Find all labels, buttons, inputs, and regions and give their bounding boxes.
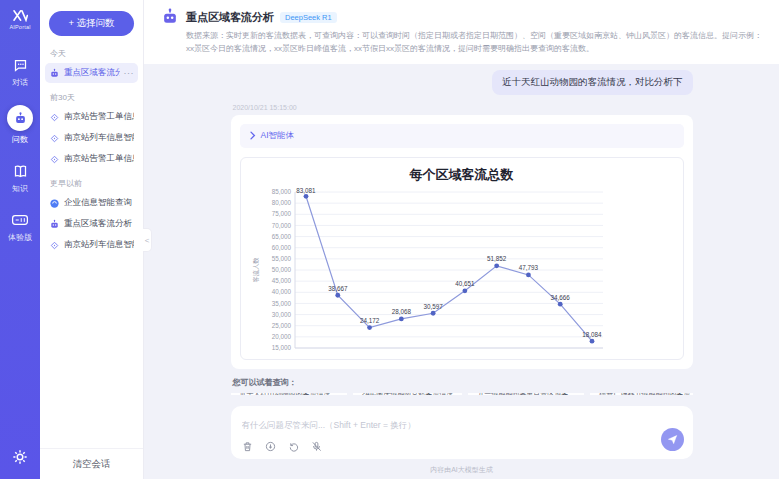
conversation-item[interactable]: 重点区域客流分析··· xyxy=(45,63,138,83)
svg-text:60,000: 60,000 xyxy=(271,244,291,251)
mic-off-icon[interactable] xyxy=(311,441,322,452)
section-label: 今天 xyxy=(40,40,143,62)
svg-text:40,651: 40,651 xyxy=(455,280,475,287)
robot-icon xyxy=(49,219,60,230)
undo-icon[interactable] xyxy=(288,441,299,452)
svg-text:65,000: 65,000 xyxy=(271,232,291,239)
conversation-item-label: 南京站告警工单信息查询 xyxy=(64,111,134,123)
conversation-item[interactable]: 重点区域客流分析 xyxy=(45,214,138,234)
chart-title: 每个区域客流总数 xyxy=(249,166,675,184)
robot-avatar-icon xyxy=(160,7,180,27)
suggestion-chip[interactable]: 24年国庆假期南京站客流情况 xyxy=(353,393,463,395)
input-toolbar xyxy=(242,441,682,452)
rail-item-对话[interactable]: 对话 xyxy=(11,56,29,88)
chat-scroll-area[interactable]: 近十天红山动物园的客流情况，对比分析下 2020/10/21 15:15:00 … xyxy=(144,64,779,479)
message-input-card xyxy=(231,406,693,459)
suggestion-chip[interactable]: 德基广场春节假期期间的客流… xyxy=(590,393,692,395)
rail-item-知识[interactable]: 知识 xyxy=(11,162,29,194)
suggestion-chips: 近十天红山动物园的客流情况…24年国庆假期南京站客流情况五一假期期间各重点景区游… xyxy=(231,393,693,395)
conversation-item[interactable]: 南京站列车信息智能查询 xyxy=(45,128,138,148)
svg-text:70,000: 70,000 xyxy=(271,221,291,228)
agent-steps-toggle[interactable]: AI智能体 xyxy=(240,124,684,148)
agent-avatar xyxy=(160,7,180,27)
chat-column: 近十天红山动物园的客流情况，对比分析下 2020/10/21 15:15:00 … xyxy=(231,70,693,479)
diamond-icon xyxy=(49,133,60,144)
conversation-item-label: 重点区域客流分析 xyxy=(64,218,134,230)
rail-item-问数[interactable]: 问数 xyxy=(7,105,33,145)
conversation-item[interactable]: 企业信息智能查询 xyxy=(45,193,138,213)
suggestion-chip[interactable]: 近十天红山动物园的客流情况… xyxy=(231,393,347,395)
ai-response-card: AI智能体 每个区域客流总数 85,00080,00075,00070,0006… xyxy=(231,115,693,369)
svg-text:40,000: 40,000 xyxy=(271,288,291,295)
rail-item-label: 体验版 xyxy=(8,232,32,243)
chart-card: 每个区域客流总数 85,00080,00075,00070,00065,0006… xyxy=(240,157,684,360)
logo-icon xyxy=(12,9,28,22)
gear-icon xyxy=(12,449,28,465)
beta-badge-icon xyxy=(11,211,29,229)
svg-text:50,000: 50,000 xyxy=(271,266,291,273)
conversation-item[interactable]: 南京站列车信息智能查询 xyxy=(45,235,138,255)
svg-text:80,000: 80,000 xyxy=(271,199,291,206)
logo-text: AIPortal xyxy=(9,24,30,30)
agent-title: 重点区域客流分析 xyxy=(186,10,274,25)
chevron-left-icon: < xyxy=(145,236,150,245)
more-options-icon[interactable]: ··· xyxy=(124,68,135,78)
conversation-item-label: 南京站告警工单信息查询 xyxy=(64,153,134,165)
svg-text:30,000: 30,000 xyxy=(271,310,291,317)
suggestion-chip[interactable]: 五一假期期间各重点景区游客… xyxy=(468,393,584,395)
ai-disclaimer: 内容由AI大模型生成 xyxy=(231,465,693,475)
circle-icon xyxy=(49,198,60,209)
svg-text:83,081: 83,081 xyxy=(296,187,316,194)
message-timestamp: 2020/10/21 15:15:00 xyxy=(233,104,693,111)
diamond-icon xyxy=(49,240,60,251)
svg-text:51,852: 51,852 xyxy=(487,255,507,262)
conversation-item-label: 南京站列车信息智能查询 xyxy=(64,239,134,251)
conversation-sidebar: + 选择问数 今天重点区域客流分析···前30天南京站告警工单信息查询南京站列车… xyxy=(40,0,144,479)
app-window: AIPortal 对话问数知识体验版 + 选择问数 今天重点区域客流分析···前… xyxy=(0,0,779,479)
agent-steps-label: AI智能体 xyxy=(261,130,295,142)
visitor-line-chart: 85,00080,00075,00070,00065,00060,00055,0… xyxy=(249,185,675,357)
rail-item-label: 知识 xyxy=(12,183,28,194)
ask-data-robot-icon xyxy=(7,105,33,131)
trash-icon[interactable] xyxy=(242,441,253,452)
sidebar-collapse-handle[interactable]: < xyxy=(143,228,152,252)
rail-item-label: 问数 xyxy=(12,134,28,145)
rail-item-体验版[interactable]: 体验版 xyxy=(8,211,32,243)
knowledge-book-icon xyxy=(11,162,29,180)
svg-text:25,000: 25,000 xyxy=(271,322,291,329)
send-button[interactable] xyxy=(661,428,684,451)
conversation-item[interactable]: 南京站告警工单信息查询 xyxy=(45,149,138,169)
conversation-item[interactable]: 南京站告警工单信息查询 xyxy=(45,107,138,127)
suggestions-label: 您可以试着查询： xyxy=(233,377,693,388)
user-message-bubble: 近十天红山动物园的客流情况，对比分析下 xyxy=(492,70,693,95)
conversation-list: 今天重点区域客流分析···前30天南京站告警工单信息查询南京站列车信息智能查询南… xyxy=(40,40,143,448)
select-dataset-button[interactable]: + 选择问数 xyxy=(49,11,134,36)
conversation-item-label: 企业信息智能查询 xyxy=(64,197,134,209)
svg-text:45,000: 45,000 xyxy=(271,277,291,284)
chevron-right-icon xyxy=(249,131,256,140)
agent-description: 数据来源：实时更新的客流数据表，可查询内容：可以查询时间（指定日期或者指定日期范… xyxy=(186,30,765,56)
svg-text:18,084: 18,084 xyxy=(582,330,602,337)
clear-session-button[interactable]: 清空会话 xyxy=(40,448,143,479)
section-label: 更早以前 xyxy=(40,170,143,192)
message-input[interactable] xyxy=(242,420,638,430)
main-area: 重点区域客流分析 DeepSeek R1 数据来源：实时更新的客流数据表，可查询… xyxy=(144,0,779,479)
svg-text:38,667: 38,667 xyxy=(328,284,348,291)
svg-text:15,000: 15,000 xyxy=(271,344,291,351)
svg-text:30,597: 30,597 xyxy=(423,302,443,309)
model-badge: DeepSeek R1 xyxy=(280,12,337,23)
rail-item-label: 对话 xyxy=(12,77,28,88)
voice-record-icon[interactable] xyxy=(265,441,276,452)
svg-text:75,000: 75,000 xyxy=(271,210,291,217)
svg-text:24,172: 24,172 xyxy=(359,317,379,324)
chat-bubble-icon xyxy=(11,56,29,74)
settings-button[interactable] xyxy=(12,449,28,469)
agent-header: 重点区域客流分析 DeepSeek R1 数据来源：实时更新的客流数据表，可查询… xyxy=(144,0,779,64)
conversation-item-label: 南京站列车信息智能查询 xyxy=(64,132,134,144)
svg-text:47,793: 47,793 xyxy=(518,264,538,271)
left-rail: AIPortal 对话问数知识体验版 xyxy=(0,0,40,479)
section-label: 前30天 xyxy=(40,84,143,106)
robot-icon xyxy=(49,68,60,79)
conversation-item-label: 重点区域客流分析 xyxy=(64,67,120,79)
send-icon xyxy=(667,434,678,445)
